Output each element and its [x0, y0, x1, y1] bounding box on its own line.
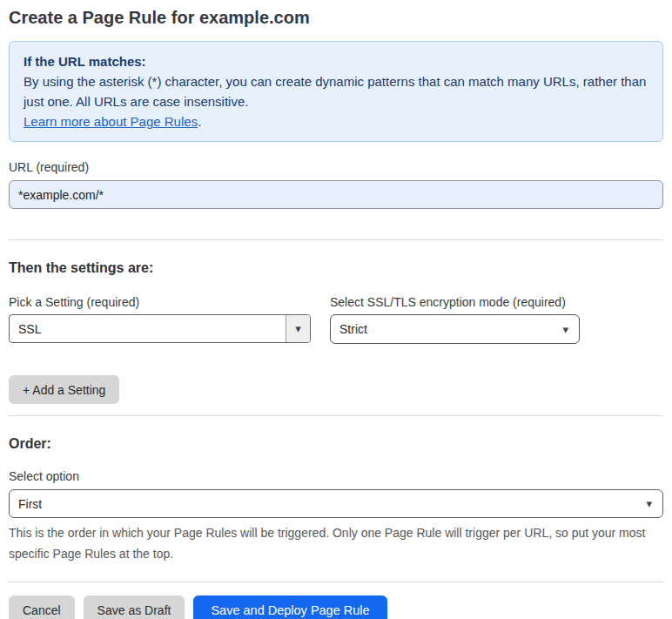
url-input[interactable] [9, 180, 663, 209]
order-section-heading: Order: [9, 436, 663, 451]
setting-select-label: Pick a Setting (required) [9, 296, 311, 308]
order-help-text: This is the order in which your Page Rul… [9, 522, 663, 564]
info-box-body-text: By using the asterisk (*) character, you… [24, 74, 646, 109]
divider-before-actions [9, 582, 663, 582]
footer-actions: Cancel Save as Draft Save and Deploy Pag… [9, 595, 663, 619]
url-match-info-box: If the URL matches: By using the asteris… [9, 41, 663, 142]
info-box-body: By using the asterisk (*) character, you… [24, 71, 648, 111]
divider-after-settings [9, 415, 663, 416]
mode-column: Select SSL/TLS encryption mode (required… [330, 296, 580, 344]
add-setting-button[interactable]: + Add a Setting [9, 375, 119, 404]
chevron-down-icon: ▾ [562, 324, 568, 335]
setting-column: Pick a Setting (required) SSL ▾ [9, 296, 311, 344]
mode-select-label: Select SSL/TLS encryption mode (required… [330, 296, 580, 308]
divider-after-url [9, 239, 663, 240]
setting-select[interactable]: SSL ▾ [9, 314, 311, 343]
info-box-link-line: Learn more about Page Rules. [24, 111, 648, 131]
info-box-heading: If the URL matches: [24, 51, 648, 71]
link-period: . [198, 114, 201, 129]
page-rule-form: Create a Page Rule for example.com If th… [0, 0, 672, 619]
order-select[interactable]: First ▾ [9, 489, 663, 518]
order-select-value: First [18, 497, 42, 511]
settings-row: Pick a Setting (required) SSL ▾ Select S… [9, 296, 663, 344]
chevron-down-icon: ▾ [646, 498, 652, 509]
chevron-down-icon: ▾ [295, 323, 301, 334]
setting-select-value: SSL [10, 315, 286, 342]
url-field-label: URL (required) [9, 161, 663, 173]
mode-select[interactable]: Strict ▾ [330, 314, 580, 344]
save-and-deploy-button[interactable]: Save and Deploy Page Rule [193, 595, 386, 619]
mode-select-value: Strict [339, 322, 367, 336]
cancel-button[interactable]: Cancel [9, 595, 75, 619]
setting-select-arrow-button[interactable]: ▾ [286, 315, 310, 342]
page-title: Create a Page Rule for example.com [9, 7, 663, 28]
settings-section-heading: Then the settings are: [9, 260, 663, 275]
order-select-label: Select option [9, 470, 663, 482]
learn-more-link[interactable]: Learn more about Page Rules [24, 114, 198, 129]
save-as-draft-button[interactable]: Save as Draft [84, 595, 185, 619]
